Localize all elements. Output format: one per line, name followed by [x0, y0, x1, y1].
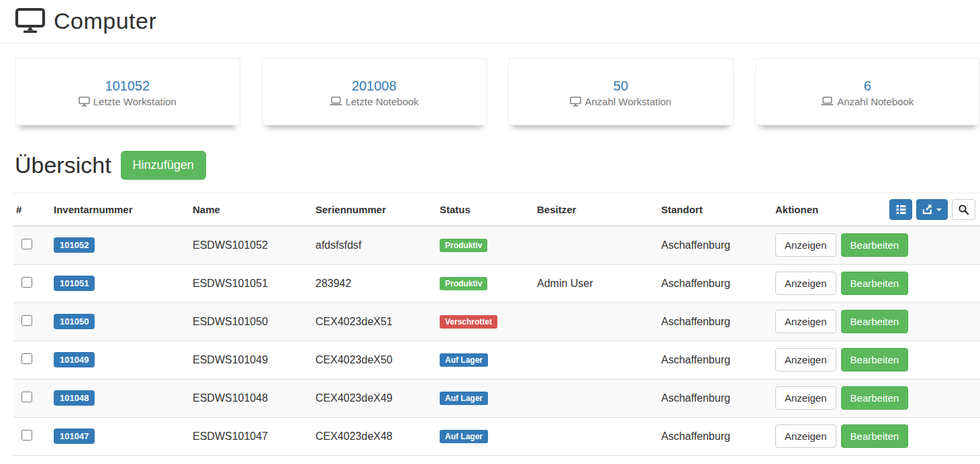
owner-cell: [537, 341, 661, 379]
stat-value: 101052: [105, 77, 150, 95]
view-button[interactable]: Anzeigen: [775, 348, 836, 371]
inventory-badge[interactable]: 101050: [54, 314, 95, 329]
table-row: 101051 ESDWS101051 283942 Produktiv Admi…: [13, 264, 980, 302]
status-badge: Produktiv: [440, 277, 487, 290]
overview-heading: Übersicht: [15, 152, 111, 178]
owner-cell: [537, 302, 661, 341]
stat-card-anzahl-workstation: 50 Anzahl Workstation: [508, 58, 734, 125]
edit-button[interactable]: Bearbeiten: [841, 310, 909, 333]
inventory-badge[interactable]: 101048: [54, 390, 95, 406]
workstation-icon: [570, 97, 581, 107]
serial-cell: CEX4023deX51: [315, 302, 440, 341]
add-button[interactable]: Hinzufügen: [121, 151, 206, 180]
view-button[interactable]: Anzeigen: [775, 233, 836, 257]
stat-label: Anzahl Notebook: [837, 96, 914, 107]
edit-button[interactable]: Bearbeiten: [841, 233, 909, 257]
inventory-badge[interactable]: 101052: [54, 237, 95, 253]
column-header-seriennummer: Seriennummer: [315, 193, 440, 226]
serial-cell: CEX4023deX48: [315, 417, 440, 455]
stat-card-anzahl-notebook: 6 Anzahl Notebook: [755, 58, 980, 125]
export-button[interactable]: [916, 199, 948, 220]
column-header-besitzer: Besitzer: [537, 193, 661, 226]
location-cell: Aschaffenburg: [661, 302, 775, 341]
inventory-badge[interactable]: 101051: [54, 276, 95, 291]
table-row: 101047 ESDWS101047 CEX4023deX48 Auf Lage…: [13, 417, 980, 455]
name-cell: ESDWS101048: [193, 379, 315, 417]
stat-value: 201008: [352, 77, 397, 95]
notebook-icon: [330, 97, 342, 106]
table-row: 101052 ESDWS101052 afdsfsfdsf Produktiv …: [13, 226, 980, 264]
row-checkbox[interactable]: [21, 430, 32, 441]
location-cell: Aschaffenburg: [661, 417, 775, 455]
status-badge: Auf Lager: [440, 392, 488, 405]
stat-card-letzte-notebook: 201008 Letzte Notebook: [262, 58, 487, 125]
stat-label: Letzte Workstation: [93, 96, 177, 107]
location-cell: Aschaffenburg: [661, 264, 775, 302]
export-icon: [922, 205, 932, 215]
row-checkbox[interactable]: [21, 239, 32, 249]
stat-label: Anzahl Workstation: [585, 96, 671, 107]
owner-cell: [537, 379, 661, 417]
notebook-icon: [821, 97, 834, 106]
serial-cell: afdsfsfdsf: [315, 226, 440, 264]
status-badge: Produktiv: [440, 239, 487, 252]
view-button[interactable]: Anzeigen: [775, 386, 836, 410]
serial-cell: CEX4023deX49: [315, 379, 440, 417]
page-header: Computer: [0, 0, 980, 44]
owner-cell: [537, 417, 661, 455]
owner-cell: [537, 226, 661, 264]
serial-cell: 283942: [315, 264, 440, 302]
overview-header: Übersicht Hinzufügen: [0, 125, 980, 180]
status-badge: Verschrottet: [440, 315, 497, 329]
page-title: Computer: [54, 8, 156, 34]
table-row: 101048 ESDWS101048 CEX4023deX49 Auf Lage…: [13, 379, 980, 417]
stat-card-letzte-workstation: 101052 Letzte Workstation: [15, 58, 240, 125]
view-button[interactable]: Anzeigen: [775, 424, 836, 448]
location-cell: Aschaffenburg: [661, 341, 775, 379]
stat-label: Letzte Notebook: [346, 96, 419, 107]
name-cell: ESDWS101049: [193, 341, 315, 379]
table-header-row: # Inventarnummer Name Seriennummer Statu…: [13, 193, 980, 226]
search-icon: [958, 204, 969, 215]
column-header-index: #: [13, 193, 54, 226]
stat-value: 50: [614, 77, 628, 95]
computer-table: # Inventarnummer Name Seriennummer Statu…: [13, 193, 980, 456]
computer-icon: [15, 7, 46, 35]
column-header-status: Status: [440, 193, 537, 226]
edit-button[interactable]: Bearbeiten: [841, 386, 909, 410]
name-cell: ESDWS101052: [193, 226, 315, 264]
view-button[interactable]: Anzeigen: [775, 272, 836, 295]
table-row: 101050 ESDWS101050 CEX4023deX51 Verschro…: [13, 302, 980, 341]
inventory-table: # Inventarnummer Name Seriennummer Statu…: [13, 193, 980, 456]
row-checkbox[interactable]: [21, 353, 32, 364]
table-toolbar: [889, 199, 975, 220]
edit-button[interactable]: Bearbeiten: [841, 272, 909, 295]
columns-button[interactable]: [889, 199, 912, 220]
location-cell: Aschaffenburg: [661, 379, 775, 417]
caret-down-icon: [936, 209, 942, 211]
stat-value: 6: [864, 77, 871, 95]
row-checkbox[interactable]: [21, 392, 32, 402]
inventory-badge[interactable]: 101049: [54, 352, 95, 367]
column-header-inventarnummer: Inventarnummer: [54, 193, 193, 226]
view-button[interactable]: Anzeigen: [775, 310, 836, 333]
row-checkbox[interactable]: [21, 277, 32, 288]
search-button[interactable]: [952, 199, 975, 220]
owner-cell: Admin User: [537, 264, 661, 302]
table-body: 101052 ESDWS101052 afdsfsfdsf Produktiv …: [13, 226, 980, 455]
status-badge: Auf Lager: [440, 353, 488, 367]
serial-cell: CEX4023deX50: [315, 341, 440, 379]
name-cell: ESDWS101051: [193, 264, 315, 302]
column-header-name: Name: [193, 193, 315, 226]
edit-button[interactable]: Bearbeiten: [841, 348, 909, 371]
status-badge: Auf Lager: [440, 430, 488, 443]
columns-icon: [896, 205, 906, 215]
location-cell: Aschaffenburg: [661, 226, 775, 264]
edit-button[interactable]: Bearbeiten: [841, 424, 909, 448]
inventory-badge[interactable]: 101047: [54, 428, 95, 444]
name-cell: ESDWS101047: [193, 417, 315, 455]
workstation-icon: [79, 97, 90, 107]
row-checkbox[interactable]: [21, 315, 32, 326]
stats-cards: 101052 Letzte Workstation 201008 Letzte …: [0, 44, 980, 125]
name-cell: ESDWS101050: [193, 302, 315, 341]
